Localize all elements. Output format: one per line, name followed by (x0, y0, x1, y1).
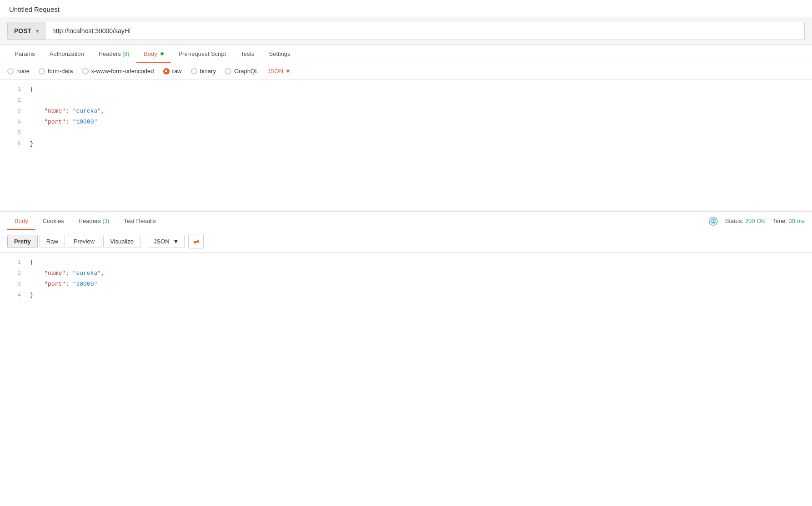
radio-graphql (225, 68, 231, 74)
time-value: 30 ms (789, 218, 805, 224)
radio-raw (163, 68, 170, 74)
fmt-pretty-button[interactable]: Pretty (7, 235, 38, 248)
method-chevron-icon: ▼ (35, 29, 40, 34)
method-select[interactable]: POST ▼ (7, 22, 46, 40)
tab-authorization[interactable]: Authorization (42, 45, 91, 63)
globe-icon[interactable]: 🌐 (709, 217, 718, 226)
tab-params[interactable]: Params (7, 45, 42, 63)
radio-binary (191, 68, 197, 74)
request-code-editor: 1 { 2 3 "name": "eureka", 4 "port": "100… (0, 79, 812, 211)
body-type-row: none form-data x-www-form-urlencoded raw… (0, 63, 812, 79)
json-format-chevron-icon: ▼ (285, 68, 291, 74)
tab-tests[interactable]: Tests (233, 45, 261, 63)
status-value: 200 OK (745, 218, 765, 224)
response-tab-testresults[interactable]: Test Results (116, 212, 163, 230)
req-line-4: 4 "port": "10000" (0, 117, 812, 128)
response-tab-cookies[interactable]: Cookies (35, 212, 71, 230)
body-type-form-data[interactable]: form-data (39, 68, 73, 74)
headers-count: (8) (122, 51, 129, 57)
res-line-2: 2 "name": "eureka", (0, 268, 812, 279)
url-bar: POST ▼ (0, 17, 812, 45)
wrap-button[interactable]: ⇌ (188, 234, 204, 248)
method-label: POST (14, 27, 31, 35)
wrap-icon: ⇌ (193, 237, 199, 246)
tab-body[interactable]: Body (136, 45, 171, 63)
body-type-none[interactable]: none (7, 68, 30, 74)
response-status-area: 🌐 Status: 200 OK Time: 30 ms (709, 217, 805, 226)
fmt-preview-button[interactable]: Preview (67, 235, 101, 248)
time-label: Time: 30 ms (772, 218, 805, 224)
fmt-visualize-button[interactable]: Visualize (103, 235, 140, 248)
radio-form-data (39, 68, 45, 74)
fmt-raw-button[interactable]: Raw (40, 235, 65, 248)
json-format-select[interactable]: JSON ▼ (267, 68, 291, 74)
response-tabs-row: Body Cookies Headers (3) Test Results 🌐 … (0, 212, 812, 230)
response-headers-count: (3) (102, 218, 109, 224)
req-line-5: 5 (0, 128, 812, 139)
req-line-6: 6 } (0, 139, 812, 149)
res-line-1: 1 { (0, 257, 812, 268)
body-type-raw[interactable]: raw (163, 68, 182, 74)
response-json-chevron-icon: ▼ (173, 238, 179, 245)
res-line-3: 3 "port": "30000" (0, 279, 812, 290)
req-line-3: 3 "name": "eureka", (0, 106, 812, 117)
response-section: Body Cookies Headers (3) Test Results 🌐 … (0, 211, 812, 312)
tab-prerequest[interactable]: Pre-request Script (171, 45, 233, 63)
body-type-binary[interactable]: binary (191, 68, 216, 74)
tab-settings[interactable]: Settings (262, 45, 298, 63)
body-active-dot (160, 52, 164, 55)
response-tab-body[interactable]: Body (7, 212, 35, 230)
page-title: Untitled Request (0, 0, 812, 17)
req-line-1: 1 { (0, 84, 812, 95)
tab-headers[interactable]: Headers (8) (91, 45, 136, 63)
response-tab-headers[interactable]: Headers (3) (71, 212, 116, 230)
url-input[interactable] (46, 22, 805, 40)
radio-urlencoded (82, 68, 89, 74)
body-type-urlencoded[interactable]: x-www-form-urlencoded (82, 68, 154, 74)
request-tabs: Params Authorization Headers (8) Body Pr… (0, 45, 812, 63)
response-code-editor: 1 { 2 "name": "eureka", 3 "port": "30000… (0, 253, 812, 312)
response-format-row: Pretty Raw Preview Visualize JSON ▼ ⇌ (0, 230, 812, 253)
body-type-graphql[interactable]: GraphQL (225, 68, 258, 74)
status-label: Status: 200 OK (725, 218, 765, 224)
response-json-format-select[interactable]: JSON ▼ (148, 235, 185, 248)
res-line-4: 4 } (0, 290, 812, 301)
radio-none (7, 68, 14, 74)
req-line-2: 2 (0, 95, 812, 106)
